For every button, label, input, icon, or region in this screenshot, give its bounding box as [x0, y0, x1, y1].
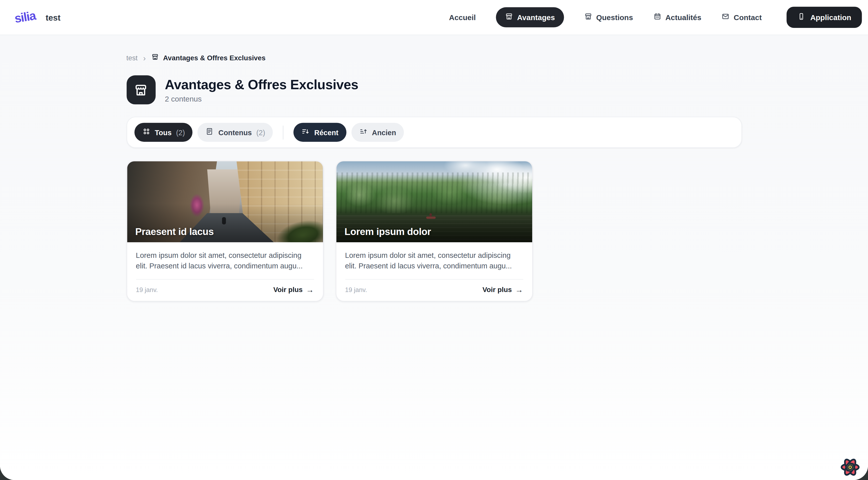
top-navigation-bar: silia test Accueil Avantages — [0, 0, 868, 35]
nav-item-label: Actualités — [665, 13, 701, 21]
storefront-icon — [505, 12, 513, 22]
sort-asc-icon — [359, 127, 367, 137]
nav-item-avantages[interactable]: Avantages — [496, 7, 564, 27]
grid-dots-icon — [142, 127, 150, 137]
nav-item-questions[interactable]: Questions — [584, 12, 633, 22]
app-sheet: silia test Accueil Avantages — [0, 0, 868, 480]
nav-item-label: Avantages — [517, 13, 555, 21]
nav-item-contact[interactable]: Contact — [721, 12, 762, 22]
card-date: 19 janv. — [136, 286, 158, 293]
breadcrumb-current-label: Avantages & Offres Exclusives — [163, 54, 266, 62]
nav-item-actualites[interactable]: Actualités — [653, 12, 701, 22]
smartphone-icon — [797, 12, 805, 22]
arrow-right-icon: → — [515, 285, 523, 294]
page-header: Avantages & Offres Exclusives 2 contenus — [126, 76, 742, 104]
document-icon — [206, 127, 214, 137]
voir-plus-link[interactable]: Voir plus → — [273, 285, 314, 294]
application-button[interactable]: Application — [786, 7, 862, 28]
main-nav: Accueil Avantages — [449, 7, 862, 28]
card-title: Lorem ipsum dolor — [345, 226, 431, 238]
sort-ancien-label: Ancien — [372, 128, 396, 137]
filter-tous[interactable]: Tous (2) — [134, 123, 193, 142]
card-body: Lorem ipsum dolor sit amet, consectetur … — [127, 242, 323, 301]
card-body: Lorem ipsum dolor sit amet, consectetur … — [336, 242, 532, 301]
storefront-icon — [126, 76, 155, 104]
card-description: Lorem ipsum dolor sit amet, consectetur … — [345, 250, 523, 272]
card-date: 19 janv. — [345, 286, 367, 293]
voir-plus-label: Voir plus — [273, 286, 303, 294]
main-content: test › Avantages & Offres Exclusives — [0, 35, 868, 480]
breadcrumb: test › Avantages & Offres Exclusives — [126, 53, 742, 63]
nav-item-accueil[interactable]: Accueil — [449, 13, 476, 21]
storefront-icon — [151, 53, 159, 63]
mail-icon — [721, 12, 730, 22]
voir-plus-link[interactable]: Voir plus → — [483, 285, 523, 294]
page-subtitle: 2 contenus — [165, 94, 358, 103]
card-footer: 19 janv. Voir plus → — [136, 279, 314, 294]
workspace-name: test — [46, 12, 61, 22]
content-grid: Praesent id lacus Lorem ipsum dolor sit … — [126, 161, 742, 302]
brand-logo[interactable]: silia — [13, 8, 37, 26]
alley-street-photo: Praesent id lacus — [127, 161, 323, 242]
sort-recent[interactable]: Récent — [293, 123, 346, 142]
breadcrumb-current: Avantages & Offres Exclusives — [151, 53, 266, 63]
filter-tous-label: Tous — [155, 128, 172, 137]
content-card-praesent[interactable]: Praesent id lacus Lorem ipsum dolor sit … — [126, 161, 323, 302]
page-header-text: Avantages & Offres Exclusives 2 contenus — [165, 77, 358, 103]
card-description: Lorem ipsum dolor sit amet, consectetur … — [136, 250, 314, 272]
card-title: Praesent id lacus — [135, 226, 214, 238]
calendar-icon — [653, 12, 661, 22]
app-stage: silia test Accueil Avantages — [0, 0, 868, 480]
filter-contenus-count: (2) — [256, 128, 265, 137]
breadcrumb-root[interactable]: test — [126, 54, 137, 62]
filter-tous-count: (2) — [176, 128, 185, 137]
arrow-right-icon: → — [306, 285, 314, 294]
atom-icon[interactable] — [840, 457, 861, 478]
filter-contenus[interactable]: Contenus (2) — [198, 123, 273, 142]
swamp-lake-photo: Lorem ipsum dolor — [336, 161, 532, 242]
card-footer: 19 janv. Voir plus → — [345, 279, 523, 294]
storefront-icon — [584, 12, 592, 22]
nav-item-label: Contact — [734, 13, 762, 21]
filter-contenus-label: Contenus — [218, 128, 252, 137]
application-button-label: Application — [810, 13, 851, 21]
voir-plus-label: Voir plus — [483, 286, 512, 294]
sort-desc-icon — [301, 127, 310, 137]
nav-item-label: Questions — [596, 13, 633, 21]
sort-ancien[interactable]: Ancien — [351, 123, 404, 142]
sort-recent-label: Récent — [314, 128, 338, 137]
filter-divider — [283, 125, 284, 140]
page-title: Avantages & Offres Exclusives — [165, 77, 358, 92]
nav-item-label: Accueil — [449, 13, 476, 21]
chevron-right-icon: › — [143, 54, 146, 62]
content-card-lorem[interactable]: Lorem ipsum dolor Lorem ipsum dolor sit … — [336, 161, 532, 302]
filter-bar: Tous (2) Contenus (2) — [126, 117, 742, 148]
